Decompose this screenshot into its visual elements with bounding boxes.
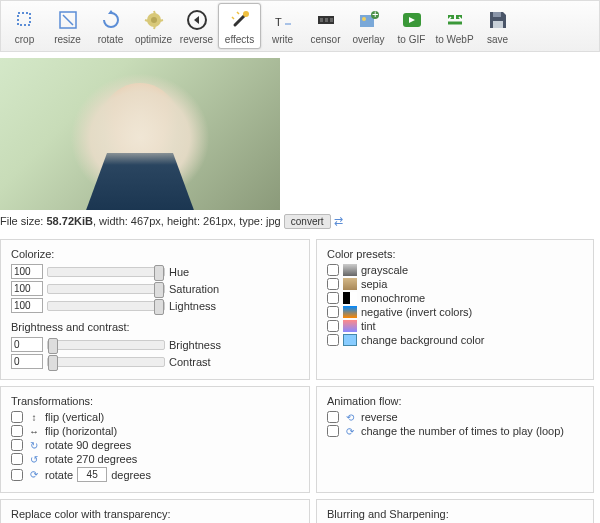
grayscale-icon	[343, 264, 357, 276]
svg-point-5	[243, 11, 249, 17]
tool-effects[interactable]: effects	[218, 3, 261, 49]
monochrome-icon	[343, 292, 357, 304]
rotate-icon	[99, 8, 123, 32]
file-type: jpg	[266, 215, 281, 227]
bgcolor-icon	[343, 334, 357, 346]
panel-replace: Replace color with transparency: white b…	[0, 499, 310, 523]
panel-blur: Blurring and Sharpening: gaussian blur s…	[316, 499, 594, 523]
fliph-checkbox[interactable]	[11, 425, 23, 437]
blur-title: Blurring and Sharpening:	[327, 508, 583, 520]
overlay-icon: +	[357, 8, 381, 32]
rot90-checkbox[interactable]	[11, 439, 23, 451]
lightness-input[interactable]	[11, 298, 43, 313]
image-preview	[0, 58, 600, 210]
bc-title: Brightness and contrast:	[11, 321, 299, 333]
contrast-slider[interactable]	[47, 357, 165, 367]
flipv-icon: ↕	[27, 411, 41, 423]
svg-rect-0	[18, 13, 30, 25]
svg-rect-17	[493, 21, 503, 28]
tool-write[interactable]: Twrite	[261, 3, 304, 49]
svg-rect-10	[330, 18, 333, 22]
lightness-slider[interactable]	[47, 301, 165, 311]
brightness-slider[interactable]	[47, 340, 165, 350]
convert-icon: ⇄	[334, 215, 343, 227]
presets-title: Color presets:	[327, 248, 583, 260]
tint-icon	[343, 320, 357, 332]
bgcolor-checkbox[interactable]	[327, 334, 339, 346]
contrast-label: Contrast	[169, 356, 211, 368]
hue-input[interactable]	[11, 264, 43, 279]
monochrome-checkbox[interactable]	[327, 292, 339, 304]
panel-animation: Animation flow: ⟲reverse ⟳change the num…	[316, 386, 594, 493]
svg-rect-8	[320, 18, 323, 22]
brightness-label: Brightness	[169, 339, 221, 351]
tool-save[interactable]: save	[476, 3, 519, 49]
togif-icon	[400, 8, 424, 32]
tool-crop[interactable]: crop	[3, 3, 46, 49]
crop-icon	[13, 8, 37, 32]
preview-image	[0, 58, 280, 210]
optimize-icon	[142, 8, 166, 32]
file-size: 58.72KiB	[46, 215, 92, 227]
svg-rect-16	[493, 12, 501, 17]
tint-checkbox[interactable]	[327, 320, 339, 332]
svg-point-3	[151, 17, 157, 23]
tool-rotate[interactable]: rotate	[89, 3, 132, 49]
reverse-icon	[185, 8, 209, 32]
rotcustom-checkbox[interactable]	[11, 469, 23, 481]
transform-title: Transformations:	[11, 395, 299, 407]
svg-rect-9	[325, 18, 328, 22]
tool-reverse[interactable]: reverse	[175, 3, 218, 49]
anim-reverse-icon: ⟲	[343, 411, 357, 423]
tool-censor[interactable]: censor	[304, 3, 347, 49]
fliph-icon: ↔	[27, 425, 41, 437]
grayscale-checkbox[interactable]	[327, 264, 339, 276]
svg-point-12	[362, 17, 366, 21]
anim-loop-checkbox[interactable]	[327, 425, 339, 437]
tool-togif[interactable]: to GIF	[390, 3, 433, 49]
hue-slider[interactable]	[47, 267, 165, 277]
contrast-input[interactable]	[11, 354, 43, 369]
lightness-label: Lightness	[169, 300, 216, 312]
anim-title: Animation flow:	[327, 395, 583, 407]
tool-resize[interactable]: resize	[46, 3, 89, 49]
hue-label: Hue	[169, 266, 189, 278]
colorize-title: Colorize:	[11, 248, 299, 260]
anim-reverse-checkbox[interactable]	[327, 411, 339, 423]
panel-colorize: Colorize: Hue Saturation Lightness Brigh…	[0, 239, 310, 380]
saturation-label: Saturation	[169, 283, 219, 295]
write-icon: T	[271, 8, 295, 32]
effects-icon	[228, 8, 252, 32]
tool-overlay[interactable]: +overlay	[347, 3, 390, 49]
rotate-degrees-input[interactable]	[77, 467, 107, 482]
replace-title: Replace color with transparency:	[11, 508, 299, 520]
file-width: 467px	[131, 215, 161, 227]
tool-towebp[interactable]: to WebP	[433, 3, 476, 49]
file-height: 261px	[203, 215, 233, 227]
file-meta: File size: 58.72KiB, width: 467px, heigh…	[0, 214, 600, 229]
tool-optimize[interactable]: optimize	[132, 3, 175, 49]
panel-presets: Color presets: grayscale sepia monochrom…	[316, 239, 594, 380]
panel-transform: Transformations: ↕flip (vertical) ↔flip …	[0, 386, 310, 493]
convert-button[interactable]: convert	[284, 214, 331, 229]
flipv-checkbox[interactable]	[11, 411, 23, 423]
negative-icon	[343, 306, 357, 318]
rotcustom-icon: ⟳	[27, 469, 41, 481]
saturation-slider[interactable]	[47, 284, 165, 294]
brightness-input[interactable]	[11, 337, 43, 352]
negative-checkbox[interactable]	[327, 306, 339, 318]
rot270-icon: ↺	[27, 453, 41, 465]
svg-text:+: +	[372, 9, 378, 20]
rot90-icon: ↻	[27, 439, 41, 451]
resize-icon	[56, 8, 80, 32]
anim-loop-icon: ⟳	[343, 425, 357, 437]
sepia-icon	[343, 278, 357, 290]
censor-icon	[314, 8, 338, 32]
toolbar: crop resize rotate optimize reverse effe…	[0, 0, 600, 52]
sepia-checkbox[interactable]	[327, 278, 339, 290]
save-icon	[486, 8, 510, 32]
towebp-icon	[443, 8, 467, 32]
svg-text:T: T	[275, 16, 282, 28]
saturation-input[interactable]	[11, 281, 43, 296]
rot270-checkbox[interactable]	[11, 453, 23, 465]
